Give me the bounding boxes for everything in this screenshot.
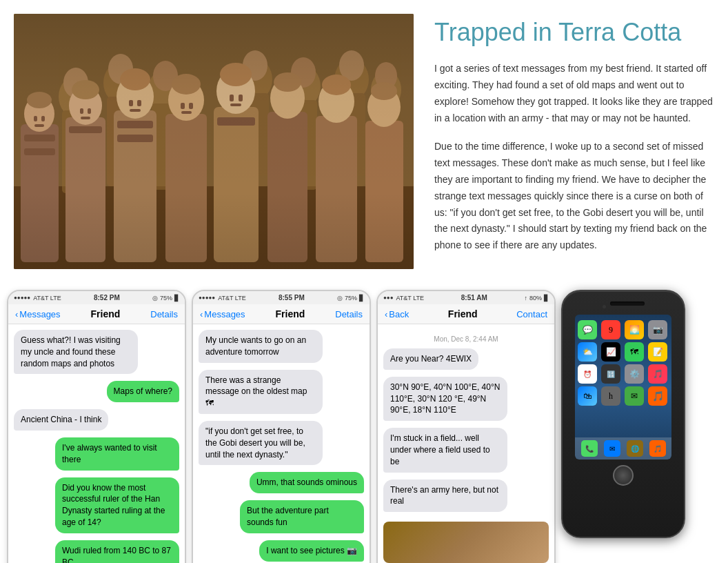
clock-app-icon[interactable]: ⏰	[578, 364, 597, 384]
message-bubble: My uncle wants to go on an adventure tom…	[199, 330, 323, 363]
top-section: Trapped in Terra Cotta I got a series of…	[0, 0, 728, 283]
phone-1: ●●●●● AT&T LTE 8:52 PM ◎ 75% ▊ ‹ Message…	[7, 290, 186, 563]
appstore-app-icon[interactable]: 🛍	[578, 386, 597, 406]
message-bubble: Umm, that sounds ominous	[250, 472, 364, 493]
phone-3-time: 8:51 AM	[461, 294, 487, 302]
iphone-speaker	[610, 302, 645, 306]
msg-row: I want to see pictures 📷	[199, 540, 364, 563]
generic-app-icon-2[interactable]: ✉	[625, 386, 644, 406]
message-bubble: Wudi ruled from 140 BC to 87 BC	[55, 540, 179, 563]
phone-2-title: Friend	[276, 308, 305, 319]
phone-2-carrier: AT&T LTE	[218, 295, 246, 302]
phone-1-nav-bar: ‹ Messages Friend Details	[8, 304, 185, 324]
msg-row: My uncle wants to go on an adventure tom…	[199, 330, 364, 367]
phone-3-status-bar: ●●● AT&T LTE 8:51 AM ↑ 80% ▊	[378, 291, 554, 304]
phone-1-title: Friend	[91, 308, 121, 319]
phone-3-messages: Mon, Dec 8, 2:44 AM Are you Near? 4EWIX …	[378, 324, 554, 563]
phone-3-back-label: Back	[389, 309, 409, 319]
msg-row: There's an army here, but not real	[383, 480, 549, 517]
generic-app-icon-3[interactable]: 🎵	[648, 386, 667, 406]
front-camera	[603, 305, 606, 308]
msg-row: "if you don't get set free, to the Gobi …	[199, 421, 364, 469]
stocks-app-icon[interactable]: 📈	[601, 342, 620, 362]
message-bubble: Maps of where?	[107, 381, 179, 402]
bottom-section: ●●●●● AT&T LTE 8:52 PM ◎ 75% ▊ ‹ Message…	[0, 283, 728, 563]
phone-1-carrier: AT&T LTE	[33, 295, 61, 302]
camera-app-icon[interactable]: 📷	[648, 320, 667, 339]
article-body: I got a series of text messages from my …	[434, 61, 714, 254]
phone-3-title: Friend	[448, 308, 478, 319]
message-bubble: There was a strange message on the oldes…	[199, 370, 323, 414]
message-bubble: "if you don't get set free, to the Gobi …	[199, 421, 323, 465]
terra-cotta-image	[14, 14, 414, 269]
notes-app-icon[interactable]: 📝	[648, 342, 667, 362]
message-bubble: I want to see pictures 📷	[259, 540, 364, 562]
message-bubble: Guess what?! I was visiting my uncle and…	[14, 330, 138, 374]
phone-3: ●●● AT&T LTE 8:51 AM ↑ 80% ▊ ‹ Back Frie…	[376, 290, 556, 563]
phone-3-back-button[interactable]: ‹ Back	[385, 309, 409, 319]
phone-2-back-button[interactable]: ‹ Messages	[200, 309, 245, 319]
phone-2-back-label: Messages	[204, 309, 245, 319]
army-image	[383, 522, 549, 563]
phone-2-details-button[interactable]: Details	[335, 309, 363, 319]
message-bubble: Ancient China - I think	[14, 409, 108, 431]
msg-row: Guess what?! I was visiting my uncle and…	[14, 330, 179, 378]
iphone-dock: 📞 ✉ 🌐 🎵	[575, 437, 671, 460]
article-paragraph-1: I got a series of text messages from my …	[434, 61, 714, 126]
phone-1-back-label: Messages	[19, 309, 60, 319]
message-bubble: 30°N 90°E, 40°N 100°E, 40°N 110°E, 30°N …	[383, 377, 507, 421]
message-bubble: I'm stuck in a field... well under where…	[383, 428, 507, 472]
msg-row: Umm, that sounds ominous	[199, 472, 364, 497]
generic-app-icon-1[interactable]: h	[601, 386, 620, 406]
message-date: Mon, Dec 8, 2:44 AM	[383, 335, 549, 343]
phone-2-battery: 75%	[345, 295, 357, 302]
message-bubble: I've always wanted to visit there	[55, 437, 179, 471]
dock-mail-icon[interactable]: ✉	[604, 440, 620, 457]
photos-app-icon[interactable]: 🌅	[625, 320, 644, 339]
iphone-screen: 💬 9 🌅 📷 ⛅ 📈 🗺 📝 ⏰ 🔢 ⚙️ 🎵 🛍 h ✉ 🎵	[575, 315, 671, 460]
phone-3-battery: 80%	[529, 295, 542, 302]
msg-row: 30°N 90°E, 40°N 100°E, 40°N 110°E, 30°N …	[383, 377, 549, 425]
phone-2-time: 8:55 PM	[279, 294, 305, 302]
phone-1-details-button[interactable]: Details	[150, 309, 178, 319]
article-paragraph-2: Due to the time difference, I woke up to…	[434, 139, 714, 254]
phone-1-battery: 75%	[160, 295, 172, 302]
phone-2-status-bar: ●●●●● AT&T LTE 8:55 PM ◎ 75% ▊	[193, 291, 370, 304]
iphone-3gs: 💬 9 🌅 📷 ⛅ 📈 🗺 📝 ⏰ 🔢 ⚙️ 🎵 🛍 h ✉ 🎵	[561, 290, 685, 538]
phone-1-status-bar: ●●●●● AT&T LTE 8:52 PM ◎ 75% ▊	[8, 291, 185, 304]
itunes-app-icon[interactable]: 🎵	[648, 364, 667, 384]
msg-row: Ancient China - I think	[14, 409, 179, 435]
msg-row: Did you know the most successful ruler o…	[14, 477, 179, 537]
phone-1-messages: Guess what?! I was visiting my uncle and…	[8, 324, 185, 563]
message-bubble: Are you Near? 4EWIX	[383, 348, 478, 370]
phone-2: ●●●●● AT&T LTE 8:55 PM ◎ 75% ▊ ‹ Message…	[192, 290, 371, 563]
svg-rect-68	[14, 14, 414, 269]
sms-app-icon[interactable]: 💬	[578, 320, 597, 339]
dock-safari-icon[interactable]: 🌐	[627, 440, 643, 457]
msg-row: But the adventure part sounds fun	[199, 500, 364, 537]
message-bubble: Did you know the most successful ruler o…	[55, 477, 179, 533]
message-bubble: But the adventure part sounds fun	[240, 500, 364, 533]
calculator-app-icon[interactable]: 🔢	[601, 364, 620, 384]
iphone-home-button[interactable]	[613, 465, 634, 486]
calendar-app-icon[interactable]: 9	[601, 320, 620, 339]
maps-app-icon[interactable]: 🗺	[625, 342, 644, 362]
phone-2-messages: My uncle wants to go on an adventure tom…	[193, 324, 370, 563]
phone-1-time: 8:52 PM	[94, 294, 120, 302]
phone-1-back-button[interactable]: ‹ Messages	[15, 309, 61, 319]
article-title: Trapped in Terra Cotta	[434, 17, 714, 47]
msg-row: I'm stuck in a field... well under where…	[383, 428, 549, 476]
dock-phone-icon[interactable]: 📞	[581, 440, 598, 457]
msg-row: There was a strange message on the oldes…	[199, 370, 364, 418]
phone-3-carrier: AT&T LTE	[396, 295, 425, 302]
article-content: Trapped in Terra Cotta I got a series of…	[434, 14, 714, 269]
phone-3-contact-button[interactable]: Contact	[516, 309, 547, 319]
msg-row: Are you Near? 4EWIX	[383, 348, 549, 374]
msg-row	[383, 519, 549, 563]
phone-3-nav-bar: ‹ Back Friend Contact	[378, 304, 554, 324]
weather-app-icon[interactable]: ⛅	[578, 342, 597, 362]
message-bubble: There's an army here, but not real	[383, 480, 507, 513]
dock-music-icon[interactable]: 🎵	[649, 440, 666, 457]
msg-row: Maps of where?	[14, 381, 179, 406]
settings-app-icon[interactable]: ⚙️	[625, 364, 644, 384]
